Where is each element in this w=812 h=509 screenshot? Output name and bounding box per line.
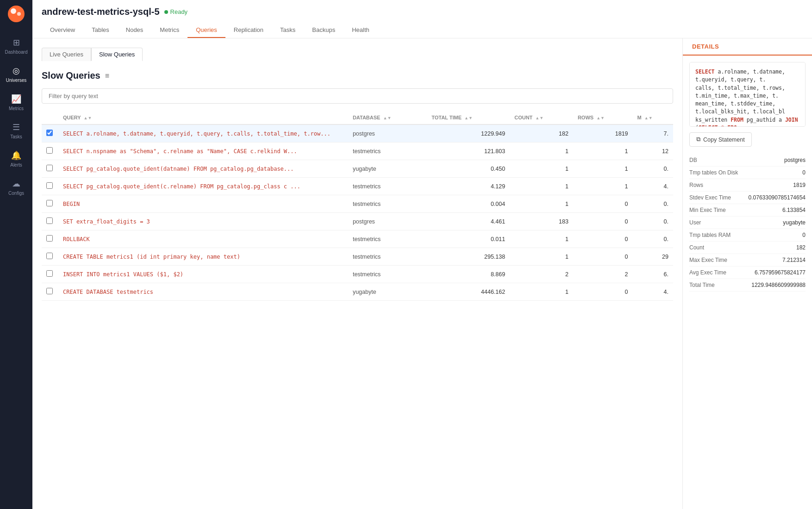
row-database: testmetrics xyxy=(348,248,427,266)
row-rows: 1819 xyxy=(573,124,633,143)
row-checkbox[interactable] xyxy=(46,253,53,259)
stat-label: DB xyxy=(689,157,697,163)
row-checkbox-cell[interactable] xyxy=(42,248,58,266)
sidebar-item-label: Alerts xyxy=(10,162,22,168)
table-row: ROLLBACK testmetrics 0.011 1 0 0. xyxy=(42,230,673,248)
row-m: 0. xyxy=(633,160,673,178)
row-query[interactable]: INSERT INTO metrics1 VALUES ($1, $2) xyxy=(58,266,348,283)
stat-value: 7.212314 xyxy=(782,257,806,263)
row-checkbox[interactable] xyxy=(46,130,53,136)
svg-point-1 xyxy=(11,8,16,14)
query-text: BEGIN xyxy=(63,201,80,207)
sidebar-item-alerts[interactable]: 🔔 Alerts xyxy=(0,145,32,173)
row-query[interactable]: SELECT n.nspname as "Schema", c.relname … xyxy=(58,143,348,160)
row-checkbox-cell[interactable] xyxy=(42,143,58,160)
row-checkbox[interactable] xyxy=(46,165,53,171)
row-database: testmetrics xyxy=(348,230,427,248)
row-query[interactable]: ROLLBACK xyxy=(58,230,348,248)
query-text: ROLLBACK xyxy=(63,236,90,242)
universes-icon: ◎ xyxy=(12,66,20,76)
row-query[interactable]: SET extra_float_digits = 3 xyxy=(58,213,348,230)
sort-icon-m: ▲▼ xyxy=(644,116,653,120)
row-checkbox[interactable] xyxy=(46,217,53,224)
row-checkbox[interactable] xyxy=(46,200,53,206)
tab-backups[interactable]: Backups xyxy=(304,23,344,38)
row-checkbox-cell[interactable] xyxy=(42,213,58,230)
col-m[interactable]: M ▲▼ xyxy=(633,111,673,124)
row-checkbox-cell[interactable] xyxy=(42,195,58,213)
menu-icon[interactable]: ≡ xyxy=(105,72,109,80)
tab-nodes[interactable]: Nodes xyxy=(118,23,152,38)
stat-label: Rows xyxy=(689,182,703,188)
tab-queries[interactable]: Queries xyxy=(187,23,225,38)
row-query[interactable]: SELECT pg_catalog.quote_ident(datname) F… xyxy=(58,160,348,178)
sidebar-item-label: Tasks xyxy=(10,134,22,139)
detail-content: SELECT a.rolname, t.datname, t.queryid, … xyxy=(683,56,812,509)
sidebar-item-universes[interactable]: ◎ Universes xyxy=(0,60,32,88)
tab-replication[interactable]: Replication xyxy=(225,23,272,38)
row-checkbox-cell[interactable] xyxy=(42,283,58,301)
status-text: Ready xyxy=(170,8,188,15)
col-rows[interactable]: ROWS ▲▼ xyxy=(573,111,633,124)
col-count[interactable]: COUNT ▲▼ xyxy=(510,111,573,124)
sidebar-item-tasks[interactable]: ☰ Tasks xyxy=(0,117,32,145)
col-database[interactable]: DATABASE ▲▼ xyxy=(348,111,427,124)
table-row: SET extra_float_digits = 3 postgres 4.46… xyxy=(42,213,673,230)
row-count: 1 xyxy=(510,283,573,301)
tab-health[interactable]: Health xyxy=(344,23,378,38)
tab-tables[interactable]: Tables xyxy=(83,23,118,38)
query-text: CREATE DATABASE testmetrics xyxy=(63,289,153,295)
row-total-time: 4.461 xyxy=(427,213,510,230)
stat-label: Tmp tables RAM xyxy=(689,232,731,238)
row-checkbox[interactable] xyxy=(46,235,53,242)
col-query[interactable]: QUERY ▲▼ xyxy=(58,111,348,124)
row-checkbox-cell[interactable] xyxy=(42,266,58,283)
tab-metrics[interactable]: Metrics xyxy=(151,23,187,38)
tab-tasks[interactable]: Tasks xyxy=(272,23,304,38)
row-checkbox[interactable] xyxy=(46,147,53,154)
row-database: testmetrics xyxy=(348,143,427,160)
tasks-icon: ☰ xyxy=(12,122,20,132)
row-database: testmetrics xyxy=(348,266,427,283)
row-count: 1 xyxy=(510,178,573,195)
stat-label: Max Exec Time xyxy=(689,257,727,263)
sidebar-item-configs[interactable]: ☁ Configs xyxy=(0,173,32,201)
row-m: 7. xyxy=(633,124,673,143)
sub-tab-live-queries[interactable]: Live Queries xyxy=(42,48,91,61)
sidebar-item-metrics[interactable]: 📈 Metrics xyxy=(0,88,32,117)
row-checkbox-cell[interactable] xyxy=(42,124,58,143)
sort-icon-rows: ▲▼ xyxy=(596,116,605,120)
row-checkbox-cell[interactable] xyxy=(42,178,58,195)
filter-input[interactable] xyxy=(42,88,673,104)
row-query[interactable]: CREATE DATABASE testmetrics xyxy=(58,283,348,301)
copy-statement-button[interactable]: ⧉ Copy Statement xyxy=(689,132,752,147)
stat-row: Rows 1819 xyxy=(689,179,806,192)
row-checkbox-cell[interactable] xyxy=(42,230,58,248)
row-checkbox[interactable] xyxy=(46,270,53,277)
row-checkbox-cell[interactable] xyxy=(42,160,58,178)
row-checkbox[interactable] xyxy=(46,182,53,189)
sidebar-item-dashboard[interactable]: ⊞ Dashboard xyxy=(0,32,32,60)
dashboard-icon: ⊞ xyxy=(13,37,20,48)
row-checkbox[interactable] xyxy=(46,288,53,294)
col-total-time[interactable]: TOTAL TIME ▲▼ xyxy=(427,111,510,124)
row-count: 182 xyxy=(510,124,573,143)
tab-overview[interactable]: Overview xyxy=(42,23,83,38)
row-rows: 1 xyxy=(573,178,633,195)
row-database: yugabyte xyxy=(348,160,427,178)
stat-value: 1229.9486609999988 xyxy=(751,282,806,288)
page-title: andrew-test-metrics-ysql-5 xyxy=(42,6,160,17)
detail-tab[interactable]: DETAILS xyxy=(683,38,728,56)
row-query[interactable]: SELECT a.rolname, t.datname, t.queryid, … xyxy=(58,124,348,143)
app-logo[interactable] xyxy=(7,5,25,25)
row-query[interactable]: CREATE TABLE metrics1 (id int primary ke… xyxy=(58,248,348,266)
stat-label: Count xyxy=(689,244,704,251)
row-query[interactable]: SELECT pg_catalog.quote_ident(c.relname)… xyxy=(58,178,348,195)
sidebar: ⊞ Dashboard ◎ Universes 📈 Metrics ☰ Task… xyxy=(0,0,32,509)
stat-value: 0 xyxy=(802,169,806,176)
content-area: Live Queries Slow Queries Slow Queries ≡… xyxy=(32,38,682,509)
sub-tab-slow-queries[interactable]: Slow Queries xyxy=(91,48,143,61)
row-query[interactable]: BEGIN xyxy=(58,195,348,213)
row-total-time: 0.450 xyxy=(427,160,510,178)
row-total-time: 1229.949 xyxy=(427,124,510,143)
